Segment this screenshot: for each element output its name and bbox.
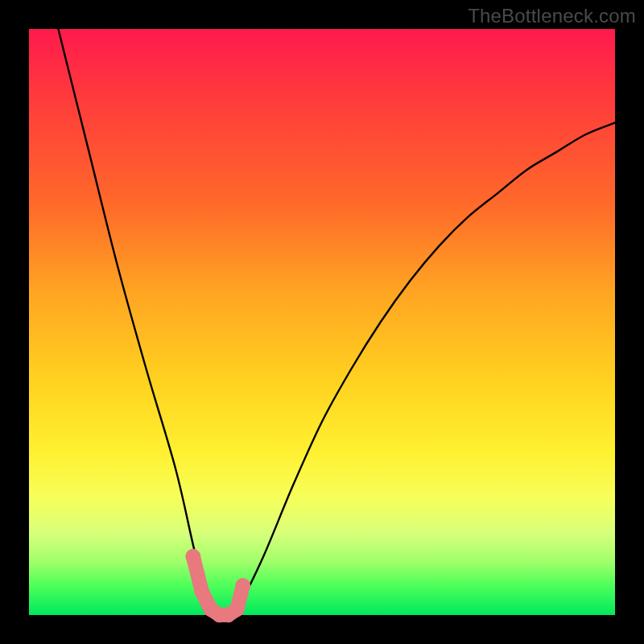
plot-area (29, 29, 615, 615)
svg-point-5 (229, 602, 244, 617)
bottom-marker (186, 549, 250, 622)
bottleneck-curve (58, 29, 615, 617)
chart-svg (29, 29, 615, 615)
svg-point-0 (186, 549, 200, 564)
svg-point-6 (236, 579, 250, 593)
watermark-text: TheBottleneck.com (468, 5, 636, 27)
chart-frame: TheBottleneck.com (0, 0, 644, 644)
svg-point-1 (195, 584, 209, 599)
